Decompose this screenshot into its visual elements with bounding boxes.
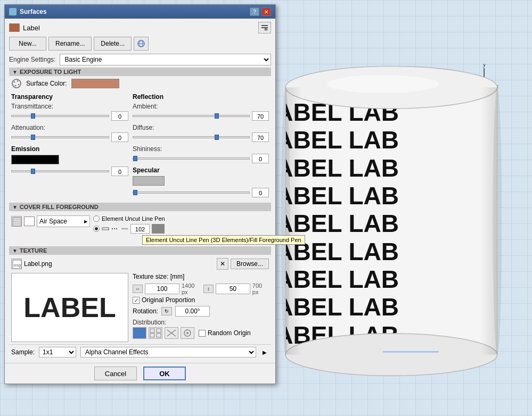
texture-size-label: Texture size: [mm] [133, 273, 184, 280]
rename-button[interactable]: Rename... [48, 37, 92, 51]
distribution-btn-4[interactable] [181, 327, 194, 339]
emission-thumb [31, 169, 35, 174]
attenuation-slider[interactable] [11, 136, 109, 138]
texture-size-label-row: Texture size: [mm] [133, 273, 269, 280]
texture-main-area: LABEL Texture size: [mm] ↔ 1400 px ↕ 700… [9, 273, 271, 342]
surface-color-label: Surface Color: [26, 80, 67, 87]
alpha-channel-dropdown[interactable]: Alpha Channel Effects [80, 347, 256, 357]
cover-fill-section-label: COVER FILL FOREGROUND [20, 204, 99, 210]
new-button[interactable]: New... [9, 37, 46, 51]
svg-point-21 [328, 75, 439, 93]
engine-settings-row: Engine Settings: Basic Engine [9, 54, 271, 65]
ambient-slider-row: 70 [133, 111, 269, 121]
svg-rect-51 [141, 329, 145, 332]
original-proportion-checkbox[interactable] [133, 297, 140, 304]
original-proportion-label: Original Proportion [142, 296, 195, 304]
texture-width-input[interactable] [145, 284, 179, 294]
fill-pattern-icon [11, 216, 22, 227]
radio-dot-checked-icon[interactable] [93, 226, 100, 232]
ambient-value[interactable]: 70 [252, 111, 269, 121]
ambient-slider[interactable] [133, 115, 250, 117]
ok-button[interactable]: OK [143, 367, 186, 380]
surface-color-swatch[interactable] [71, 79, 119, 88]
rotation-label: Rotation: [133, 307, 158, 315]
cover-fill-arrow-icon: ▼ [12, 204, 18, 210]
help-button[interactable]: ? [250, 7, 259, 16]
pen-value-input[interactable]: 102 [130, 224, 150, 234]
air-space-dropdown[interactable]: Air Space ▶ [37, 215, 90, 227]
texture-preview-text: LABEL [23, 292, 116, 323]
exposure-section-label: EXPOSURE TO LIGHT [20, 69, 81, 75]
shininess-slider[interactable] [133, 157, 250, 160]
svg-rect-52 [134, 334, 138, 337]
attenuation-value[interactable]: 0 [111, 132, 128, 142]
svg-point-39 [15, 85, 17, 87]
specular-label: Specular [133, 167, 269, 174]
distribution-section: Distribution: [133, 319, 269, 339]
globe-icon-button[interactable] [134, 37, 149, 51]
surface-options-button[interactable] [258, 22, 271, 34]
rotation-row: Rotation: ↻ [133, 306, 269, 317]
specular-swatch[interactable] [133, 176, 165, 186]
random-origin-checkbox[interactable] [199, 330, 206, 337]
svg-point-36 [14, 81, 15, 83]
sample-dropdown[interactable]: 1x1 [39, 347, 76, 357]
surface-name-label: Label [23, 24, 255, 32]
delete-button[interactable]: Delete... [94, 37, 132, 51]
distribution-btn-3[interactable] [165, 327, 178, 339]
emission-value[interactable]: 0 [111, 167, 128, 176]
surface-name-row: Label [9, 22, 271, 34]
transmittance-slider-row: 0 [11, 111, 128, 121]
transmittance-slider[interactable] [11, 115, 109, 117]
texture-height-px: 700 px [252, 282, 269, 295]
svg-rect-24 [480, 87, 497, 354]
pen-color-swatch[interactable] [152, 224, 165, 234]
engine-dropdown[interactable]: Basic Engine [60, 54, 271, 65]
diffuse-slider[interactable] [133, 136, 250, 138]
diffuse-value[interactable]: 70 [252, 132, 269, 142]
texture-settings-panel: Texture size: [mm] ↔ 1400 px ↕ 700 px Or… [133, 273, 269, 342]
specular-value[interactable]: 0 [252, 188, 269, 197]
emission-slider[interactable] [11, 170, 109, 172]
texture-clear-button[interactable]: ✕ [217, 258, 228, 270]
surface-icon [11, 78, 22, 89]
close-button[interactable]: ✕ [261, 7, 271, 16]
distribution-btn-1[interactable] [133, 327, 146, 339]
emission-swatch[interactable] [11, 155, 59, 164]
transparency-col: Transparency Transmittance: 0 Attenuatio… [11, 93, 128, 201]
transmittance-label: Transmittance: [11, 103, 128, 110]
action-buttons-row: New... Rename... Delete... [9, 37, 271, 51]
rotation-input[interactable] [175, 306, 210, 317]
texture-preview: LABEL [11, 273, 128, 342]
diffuse-thumb [215, 135, 219, 140]
titlebar-left: Surfaces [9, 8, 47, 15]
attenuation-label: Attenuation: [11, 124, 128, 131]
texture-height-input[interactable] [216, 284, 250, 294]
random-origin-label: Random Origin [208, 329, 251, 337]
specular-thumb [133, 190, 137, 195]
texture-filename-label: Label.png [24, 260, 215, 268]
cover-fill-content: Air Space ▶ Element Uncut Line Pen 102 [9, 213, 271, 236]
cancel-button[interactable]: Cancel [94, 367, 137, 380]
pen-icon-3 [121, 225, 128, 232]
distribution-btn-2[interactable] [149, 327, 162, 339]
exposure-arrow-icon: ▼ [12, 69, 18, 75]
air-space-label: Air Space [39, 218, 67, 225]
distribution-label: Distribution: [133, 319, 269, 326]
shininess-value[interactable]: 0 [252, 154, 269, 163]
exposure-section-header[interactable]: ▼ EXPOSURE TO LIGHT [9, 68, 271, 76]
diffuse-slider-row: 70 [133, 132, 269, 142]
ambient-thumb [215, 113, 219, 119]
texture-section-label: TEXTURE [20, 247, 47, 254]
browse-button[interactable]: Browse... [231, 259, 269, 269]
element-uncut-radio[interactable]: Element Uncut Line Pen [93, 215, 269, 222]
texture-section-header[interactable]: ▼ TEXTURE [9, 246, 271, 255]
transmittance-value[interactable]: 0 [111, 111, 128, 121]
transparency-label: Transparency [11, 93, 128, 101]
specular-slider[interactable] [133, 192, 250, 194]
dialog-title: Surfaces [20, 8, 47, 15]
cover-fill-section-header[interactable]: ▼ COVER FILL FOREGROUND [9, 203, 271, 211]
alpha-arrow-icon: ▶ [260, 350, 269, 355]
shininess-label: Shininess: [133, 145, 269, 153]
fill-color-swatch[interactable] [24, 217, 35, 226]
